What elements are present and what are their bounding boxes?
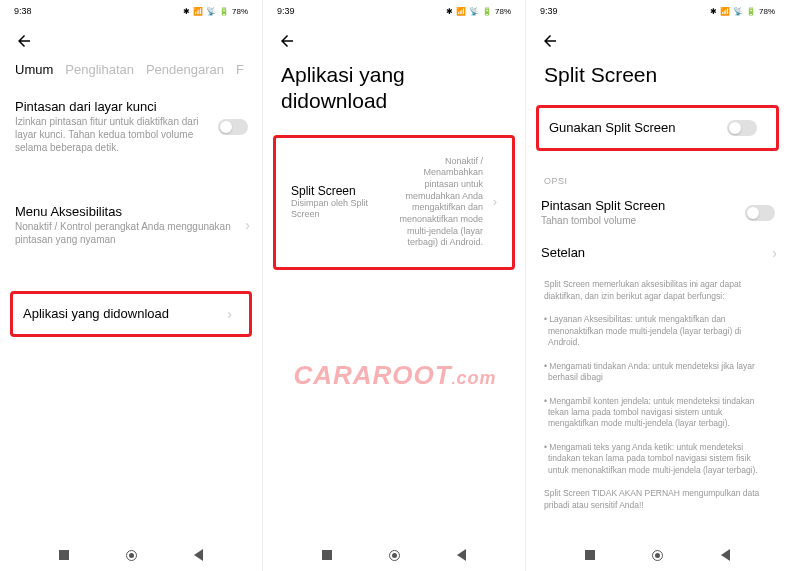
status-bar: 9:39 ✱ 📶 📡 🔋 78% [526,0,789,22]
back-button[interactable] [263,22,525,62]
item-desc: Nonaktif / Menambahkan pintasan untuk me… [389,156,483,250]
tab-more[interactable]: F [236,62,244,77]
nav-back[interactable] [194,549,203,561]
nav-back[interactable] [721,549,730,561]
item-gunakan-split-screen[interactable]: Gunakan Split Screen [544,116,771,140]
back-arrow-icon [541,32,559,50]
status-icons: ✱ 📶 📡 🔋 78% [446,7,511,16]
item-title: Menu Aksesibilitas [15,204,247,219]
toggle-pintasan[interactable] [218,119,248,135]
item-pintasan-split-screen[interactable]: Pintasan Split Screen Tahan tombol volum… [526,192,789,233]
bluetooth-icon: ✱ [183,7,190,16]
wifi-icon: 📡 [206,7,216,16]
battery-icon: 🔋 [482,7,492,16]
page-title: Aplikasi yang didownload [263,62,525,127]
info-text: Split Screen memerlukan aksesibilitas in… [526,273,789,308]
phone-screen-1: 9:38 ✱ 📶 📡 🔋 78% Umum Penglihatan Penden… [0,0,263,571]
info-text: • Mengamati teks yang Anda ketik: untuk … [526,436,789,482]
phone-screen-2: 9:39 ✱ 📶 📡 🔋 78% Aplikasi yang didownloa… [263,0,526,571]
info-text: • Mengamati tindakan Anda: untuk mendete… [526,355,789,390]
nav-recents[interactable] [59,550,69,560]
item-desc: Nonaktif / Kontrol perangkat Anda menggu… [15,220,247,246]
chevron-right-icon: › [493,195,497,209]
nav-home[interactable] [126,550,137,561]
battery-percent: 78% [759,7,775,16]
back-arrow-icon [278,32,296,50]
toggle-pintasan-split[interactable] [745,205,775,221]
item-title: Pintasan Split Screen [541,198,739,213]
item-desc: Tahan tombol volume [541,214,739,227]
item-menu-aksesibilitas[interactable]: Menu Aksesibilitas Nonaktif / Kontrol pe… [0,194,262,256]
phone-screen-3: 9:39 ✱ 📶 📡 🔋 78% Split Screen Gunakan Sp… [526,0,789,571]
status-bar: 9:38 ✱ 📶 📡 🔋 78% [0,0,262,22]
item-setelan[interactable]: Setelan › [526,239,789,267]
status-time: 9:38 [14,6,32,16]
status-bar: 9:39 ✱ 📶 📡 🔋 78% [263,0,525,22]
item-title: Gunakan Split Screen [549,120,726,135]
battery-percent: 78% [495,7,511,16]
item-desc: Izinkan pintasan fitur untuk diaktifkan … [15,115,212,154]
tab-umum[interactable]: Umum [15,62,53,77]
back-button[interactable] [0,22,262,62]
back-button[interactable] [526,22,789,62]
info-text: • Mengambil konten jendela: untuk mendet… [526,390,789,436]
nav-recents[interactable] [585,550,595,560]
chevron-right-icon: › [772,245,777,261]
nav-back[interactable] [457,549,466,561]
nav-bar [0,539,262,571]
nav-home[interactable] [389,550,400,561]
nav-home[interactable] [652,550,663,561]
status-icons: ✱ 📶 📡 🔋 78% [183,7,248,16]
back-arrow-icon [15,32,33,50]
item-split-screen[interactable]: Split Screen Disimpan oleh Split Screen … [281,146,507,260]
highlight-gunakan-split: Gunakan Split Screen [536,105,779,151]
nav-recents[interactable] [322,550,332,560]
info-text: • Layanan Aksesibilitas: untuk mengaktif… [526,308,789,354]
wifi-icon: 📡 [733,7,743,16]
item-subtitle: Disimpan oleh Split Screen [291,198,379,220]
wifi-icon: 📡 [469,7,479,16]
signal-icon: 📶 [720,7,730,16]
info-text: Split Screen TIDAK AKAN PERNAH mengumpul… [526,482,789,517]
highlight-aplikasi-didownload: Aplikasi yang didownload › [10,291,252,337]
battery-percent: 78% [232,7,248,16]
page-title: Split Screen [526,62,789,100]
item-title: Split Screen [291,184,379,198]
item-title: Aplikasi yang didownload [23,306,239,321]
chevron-right-icon: › [227,306,232,322]
tab-pendengaran[interactable]: Pendengaran [146,62,224,77]
tabs-row: Umum Penglihatan Pendengaran F [0,62,262,77]
item-pintasan-layar-kunci[interactable]: Pintasan dari layar kunci Izinkan pintas… [0,89,262,164]
status-icons: ✱ 📶 📡 🔋 78% [710,7,775,16]
battery-icon: 🔋 [219,7,229,16]
status-time: 9:39 [277,6,295,16]
tab-penglihatan[interactable]: Penglihatan [65,62,134,77]
signal-icon: 📶 [193,7,203,16]
bluetooth-icon: ✱ [446,7,453,16]
nav-bar [263,539,525,571]
highlight-split-screen: Split Screen Disimpan oleh Split Screen … [273,135,515,271]
item-title: Setelan [541,245,774,260]
section-opsi: OPSI [526,170,789,192]
signal-icon: 📶 [456,7,466,16]
battery-icon: 🔋 [746,7,756,16]
item-aplikasi-didownload[interactable]: Aplikasi yang didownload › [18,302,244,326]
item-title: Pintasan dari layar kunci [15,99,212,114]
nav-bar [526,539,789,571]
status-time: 9:39 [540,6,558,16]
chevron-right-icon: › [245,217,250,233]
bluetooth-icon: ✱ [710,7,717,16]
toggle-gunakan-split[interactable] [727,120,757,136]
